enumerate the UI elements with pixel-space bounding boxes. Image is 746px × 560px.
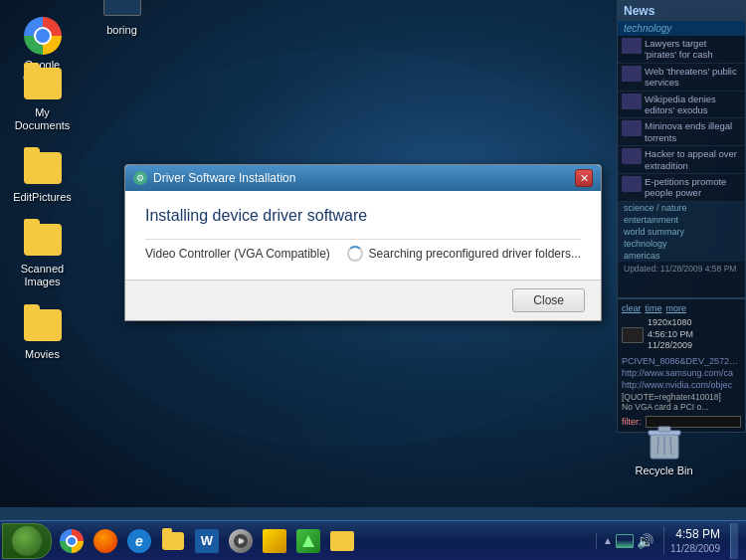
news-thumb-1 (622, 66, 642, 82)
tray-expand-button[interactable]: ▲ (603, 535, 613, 546)
taskbar-yellow-app[interactable] (259, 525, 290, 557)
time-button[interactable]: time (646, 303, 662, 313)
chrome-icon (23, 16, 63, 56)
news-text-1: Web 'threatens' public services (645, 66, 741, 89)
dialog-close-icon[interactable]: ✕ (575, 169, 593, 187)
device-status-text: Searching preconfigured driver folders..… (369, 247, 581, 261)
device-name: Video Controller (VGA Compatible) (145, 247, 335, 261)
scanned-images-label: ScannedImages (21, 263, 64, 288)
edit-pictures-label: EditPictures (13, 191, 72, 204)
boring-thumb-icon (102, 0, 142, 21)
recycle-bin-label: Recycle Bin (635, 465, 692, 477)
news-item-1[interactable]: Web 'threatens' public services (618, 64, 745, 92)
movies-label: Movies (25, 348, 60, 361)
news-section-world: world summary (618, 226, 745, 238)
desktop-icon-scanned-images[interactable]: ScannedImages (5, 214, 80, 294)
taskbar-items: e W (52, 525, 588, 557)
start-button[interactable] (2, 523, 52, 559)
svg-marker-9 (302, 535, 314, 547)
desktop-icon-movies[interactable]: Movies (5, 299, 80, 367)
dialog-footer: Close (125, 280, 601, 320)
news-thumb-0 (622, 38, 642, 54)
my-documents-folder-icon (23, 64, 63, 103)
edit-pictures-folder-icon (23, 148, 63, 188)
volume-icon[interactable]: 🔊 (637, 533, 653, 549)
panel-link-2[interactable]: http://www.nvidia.com/objec (622, 380, 741, 390)
taskbar-ie[interactable]: e (123, 525, 155, 557)
right-panel: clear time more 1920x1080 4:56:10 PM 11/… (617, 298, 746, 433)
system-tray: ▲ 🔊 (596, 533, 659, 549)
desktop-icon-my-documents[interactable]: MyDocuments (5, 58, 80, 138)
svg-rect-2 (658, 427, 670, 432)
news-thumb-2 (622, 93, 642, 109)
taskbar-firefox[interactable] (90, 525, 121, 557)
taskbar-folders[interactable] (326, 525, 358, 557)
news-title: News (618, 1, 745, 21)
driver-install-dialog: ⚙ Driver Software Installation ✕ Install… (124, 164, 602, 321)
dialog-titlebar: ⚙ Driver Software Installation ✕ (125, 165, 601, 191)
dialog-title-text: Driver Software Installation (153, 171, 295, 185)
recycle-bin[interactable]: Recycle Bin (627, 416, 701, 483)
dialog-body: Installing device driver software Video … (125, 191, 601, 280)
resolution-text: 1920x1080 (648, 317, 693, 329)
clear-button[interactable]: clear (622, 303, 642, 313)
news-section-americas: americas (618, 250, 745, 262)
panel-controls: clear time more (622, 303, 741, 313)
svg-line-5 (670, 437, 671, 455)
news-item-2[interactable]: Wikipedia denies editors' exodus (618, 92, 745, 119)
clock-date: 11/28/2009 (670, 543, 720, 554)
news-category: technology (618, 21, 745, 36)
desktop: Google Chrome boring MyDocuments EditPic… (0, 0, 746, 507)
taskbar-right: ▲ 🔊 4:58 PM 11/28/2009 (588, 523, 746, 559)
start-orb-icon (12, 526, 42, 556)
panel-display-info: 1920x1080 4:56:10 PM 11/28/2009 (622, 317, 741, 352)
taskbar-green-app[interactable] (292, 525, 324, 557)
dialog-title-left: ⚙ Driver Software Installation (133, 171, 295, 185)
recycle-bin-icon (645, 422, 684, 462)
taskbar: e W (0, 520, 746, 560)
news-text-2: Wikipedia denies editors' exodus (645, 93, 741, 116)
taskbar-media[interactable] (225, 525, 257, 557)
news-text-4: Hacker to appeal over extradition (645, 148, 741, 171)
news-text-3: Mininova ends illegal torrents (645, 120, 741, 143)
news-thumb-4 (622, 148, 642, 164)
my-documents-label: MyDocuments (15, 106, 71, 132)
device-status: Searching preconfigured driver folders..… (347, 246, 581, 262)
desktop-icon-edit-pictures[interactable]: EditPictures (5, 142, 80, 210)
network-icon (616, 534, 634, 548)
news-section-science: science / nature (618, 202, 745, 214)
boring-label: boring (106, 24, 137, 37)
clock-time: 4:58 PM (670, 527, 720, 543)
clock[interactable]: 4:58 PM 11/28/2009 (663, 527, 726, 554)
news-item-3[interactable]: Mininova ends illegal torrents (618, 118, 745, 146)
panel-quote: [QUOTE=reghater410018]No VGA card a PCI … (622, 392, 741, 412)
show-desktop-button[interactable] (730, 523, 738, 559)
news-item-0[interactable]: Lawyers target 'pirates' for cash (618, 36, 745, 64)
taskbar-explorer[interactable] (157, 525, 189, 557)
news-item-4[interactable]: Hacker to appeal over extradition (618, 146, 745, 174)
desktop-icon-boring[interactable]: boring (85, 0, 159, 44)
dialog-close-button[interactable]: Close (512, 288, 585, 312)
dialog-app-icon: ⚙ (133, 171, 147, 185)
news-text-5: E-petitions promote people power (645, 176, 741, 199)
time-text: 4:56:10 PM (648, 329, 693, 341)
svg-line-3 (657, 437, 658, 455)
scanned-images-folder-icon (23, 220, 63, 260)
panel-link-0[interactable]: PCIVEN_8086&DEV_2572&S (622, 356, 741, 366)
more-button[interactable]: more (666, 303, 687, 313)
taskbar-chrome[interactable] (56, 525, 88, 557)
monitor-icon (622, 327, 644, 343)
date-text: 11/28/2009 (648, 340, 693, 352)
news-thumb-5 (622, 176, 642, 192)
taskbar-word[interactable]: W (191, 525, 223, 557)
news-item-5[interactable]: E-petitions promote people power (618, 174, 745, 202)
dialog-heading: Installing device driver software (145, 207, 581, 225)
news-updated: Updated: 11/28/2009 4:58 PM (618, 262, 745, 276)
panel-link-1[interactable]: http://www.samsung.com/ca (622, 368, 741, 378)
news-text-0: Lawyers target 'pirates' for cash (645, 38, 741, 61)
news-section-entertainment: entertainment (618, 214, 745, 226)
news-thumb-3 (622, 120, 642, 136)
progress-spinner (347, 246, 363, 262)
news-section-technology: technology (618, 238, 745, 250)
dialog-device-row: Video Controller (VGA Compatible) Search… (145, 239, 581, 268)
